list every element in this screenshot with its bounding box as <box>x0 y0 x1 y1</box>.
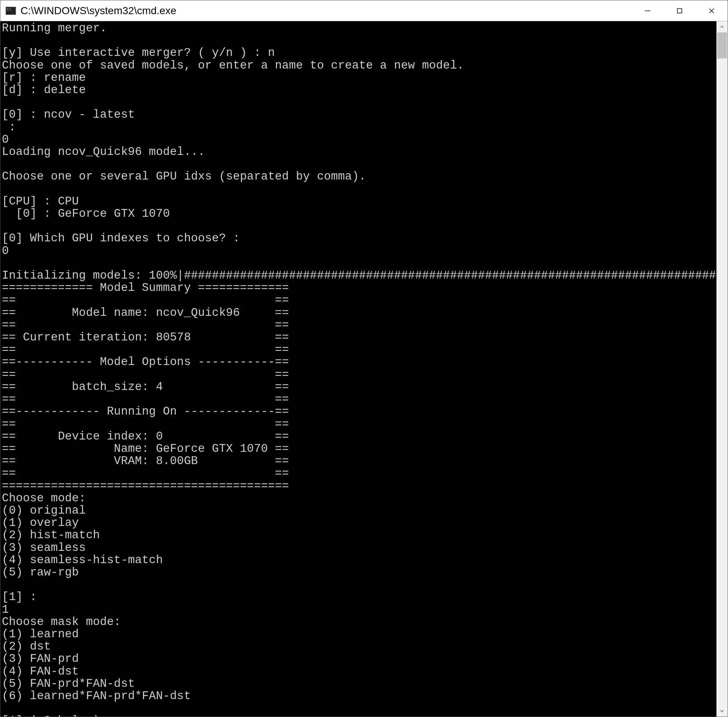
vertical-scrollbar[interactable] <box>716 21 728 717</box>
maximize-button[interactable] <box>664 0 696 21</box>
window-title: C:\WINDOWS\system32\cmd.exe <box>20 5 632 17</box>
minimize-icon <box>644 7 651 15</box>
scroll-up-arrow[interactable] <box>716 21 728 32</box>
scrollbar-thumb[interactable] <box>717 32 727 58</box>
scroll-down-arrow[interactable] <box>716 705 728 717</box>
terminal-output[interactable]: Running merger. [y] Use interactive merg… <box>0 21 716 717</box>
chevron-down-icon <box>720 709 724 713</box>
close-button[interactable] <box>696 0 728 21</box>
chevron-up-icon <box>720 24 724 29</box>
scrollbar-track[interactable] <box>716 32 728 705</box>
maximize-icon <box>676 7 683 15</box>
svg-rect-1 <box>677 9 682 13</box>
cmd-icon <box>6 7 16 15</box>
client-area: Running merger. [y] Use interactive merg… <box>0 21 728 717</box>
minimize-button[interactable] <box>632 0 664 21</box>
close-icon <box>708 7 715 15</box>
cmd-window: C:\WINDOWS\system32\cmd.exe Running merg… <box>0 0 728 717</box>
titlebar[interactable]: C:\WINDOWS\system32\cmd.exe <box>0 0 728 21</box>
